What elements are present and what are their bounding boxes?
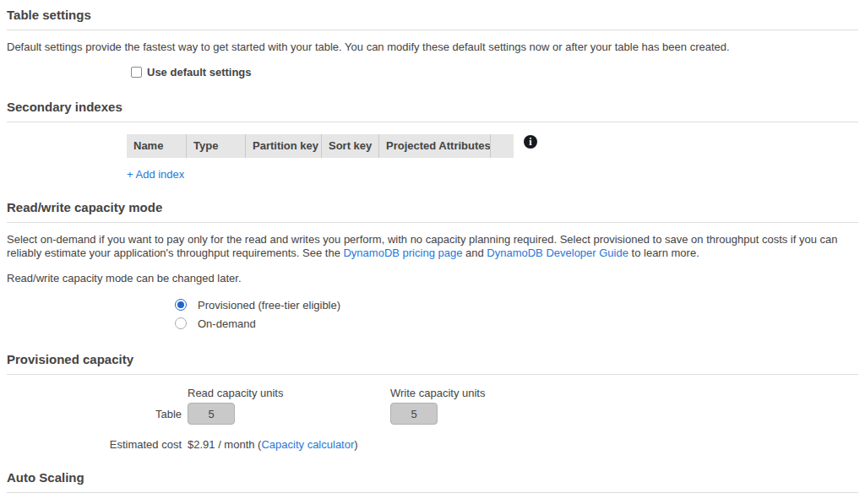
secondary-indexes-table-header: Name Type Partition key Sort key Project…: [127, 134, 514, 158]
write-capacity-units-input[interactable]: [390, 403, 438, 425]
capacity-mode-title: Read/write capacity mode: [7, 199, 858, 215]
estimated-cost-label: Estimated cost: [7, 438, 188, 451]
radio-option-provisioned[interactable]: Provisioned (free-tier eligible): [175, 295, 858, 314]
radio-on-demand-label: On-demand: [198, 317, 256, 330]
section-provisioned-capacity: Provisioned capacity Read capacity units…: [7, 351, 858, 451]
write-capacity-units-label: Write capacity units: [390, 387, 593, 399]
section-capacity-mode: Read/write capacity mode Select on-deman…: [7, 199, 858, 333]
divider: [7, 122, 858, 122]
cost-amount: $2.91 / month (: [188, 438, 261, 451]
divider: [7, 492, 858, 493]
auto-scaling-title: Auto Scaling: [7, 469, 858, 485]
radio-unselected-icon[interactable]: [175, 317, 187, 329]
capacity-mode-radio-group: Provisioned (free-tier eligible) On-dema…: [175, 295, 858, 333]
secondary-indexes-title: Secondary indexes: [7, 99, 858, 115]
divider: [7, 222, 858, 223]
column-header-empty: [490, 134, 514, 158]
checkbox-unchecked-icon[interactable]: [131, 67, 142, 78]
radio-provisioned-label: Provisioned (free-tier eligible): [198, 299, 340, 312]
table-row-label: Table: [7, 408, 188, 420]
column-header-sort-key: Sort key: [321, 134, 378, 158]
table-settings-title: Table settings: [7, 7, 858, 23]
divider: [7, 374, 858, 375]
provisioned-capacity-title: Provisioned capacity: [7, 351, 858, 367]
dynamodb-developer-guide-link[interactable]: DynamoDB Developer Guide: [487, 247, 628, 259]
description-text-2: and: [462, 247, 487, 259]
radio-option-on-demand[interactable]: On-demand: [175, 314, 858, 333]
section-secondary-indexes: Secondary indexes Name Type Partition ke…: [7, 99, 858, 181]
capacity-calculator-link[interactable]: Capacity calculator: [261, 438, 354, 451]
column-header-type: Type: [186, 134, 245, 158]
use-default-settings-checkbox[interactable]: Use default settings: [131, 66, 252, 79]
description-text-3: to learn more.: [628, 247, 699, 259]
estimated-cost-value: $2.91 / month (Capacity calculator): [188, 438, 358, 451]
create-table-settings-page: Table settings Default settings provide …: [0, 0, 865, 504]
radio-selected-icon[interactable]: [175, 299, 187, 311]
add-index-link[interactable]: + Add index: [127, 168, 184, 181]
table-settings-description: Default settings provide the fastest way…: [7, 41, 858, 54]
capacity-mode-description: Select on-demand if you want to pay only…: [7, 233, 858, 260]
column-header-name: Name: [127, 134, 186, 158]
read-capacity-units-label: Read capacity units: [188, 387, 390, 399]
section-table-settings: Table settings Default settings provide …: [7, 7, 858, 80]
section-auto-scaling: Auto Scaling ✓ Read capacity ✓ Write cap…: [7, 469, 858, 504]
use-default-settings-label: Use default settings: [147, 66, 252, 79]
column-header-partition-key: Partition key: [245, 134, 321, 158]
column-header-projected-attributes: Projected Attributes: [378, 134, 490, 158]
cost-suffix: ): [354, 438, 357, 451]
capacity-mode-note: Read/write capacity mode can be changed …: [7, 272, 858, 285]
read-capacity-units-input[interactable]: [188, 403, 235, 425]
divider: [7, 30, 858, 30]
dynamodb-pricing-page-link[interactable]: DynamoDB pricing page: [343, 247, 462, 259]
info-icon[interactable]: i: [524, 135, 537, 149]
